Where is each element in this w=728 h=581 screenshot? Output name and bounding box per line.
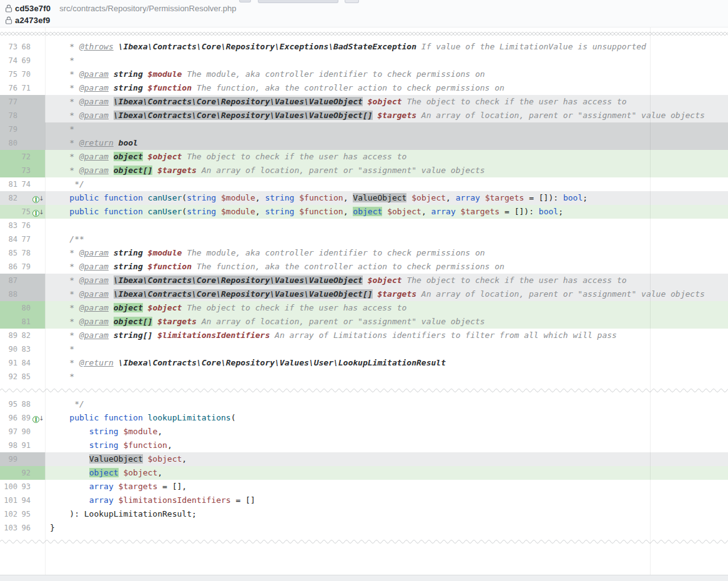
code-token: If value of the LimitationValue is unsup…: [416, 42, 646, 51]
collapsed-region-separator[interactable]: [0, 27, 728, 40]
gutter: 99: [0, 452, 45, 466]
code-line[interactable]: string $function,: [45, 439, 728, 452]
code-token: string: [114, 262, 143, 271]
gutter: 80: [0, 136, 45, 150]
code-line[interactable]: *: [45, 370, 728, 384]
code-line[interactable]: ValueObject $object,: [45, 452, 728, 466]
line-number-old: 77: [0, 95, 17, 109]
code-token: $targets: [157, 166, 197, 175]
code-line[interactable]: array $limitationsIdentifiers = []: [45, 494, 728, 507]
code-token: [114, 138, 119, 147]
code-line[interactable]: * @param string $function The function, …: [45, 260, 728, 274]
line-number-new: 73: [17, 164, 31, 177]
code-line[interactable]: * @param \Ibexa\Contracts\Core\Repositor…: [45, 95, 728, 109]
diff-row: 80 * @return bool: [0, 136, 728, 150]
collapsed-region-separator[interactable]: [0, 384, 728, 397]
code-line[interactable]: * @param string $module The module, aka …: [45, 246, 728, 260]
code-line[interactable]: * @param string $module The module, aka …: [45, 67, 728, 81]
code-token: @param: [79, 97, 109, 106]
diff-row: 8174 */: [0, 177, 728, 191]
code-token: @param: [79, 152, 109, 161]
diff-row: 8477 /**: [0, 232, 728, 246]
gutter: 78: [0, 109, 45, 122]
code-token: [109, 276, 114, 285]
line-number-old: 80: [0, 136, 17, 150]
line-number-old: [0, 466, 17, 480]
code-line[interactable]: *: [45, 54, 728, 67]
code-line[interactable]: /**: [45, 232, 728, 246]
code-token: [363, 97, 368, 106]
code-token: *: [50, 138, 79, 147]
code-line[interactable]: * @return \Ibexa\Contracts\Core\Reposito…: [45, 356, 728, 370]
code-token: *: [50, 358, 79, 367]
code-token: $object: [387, 207, 421, 216]
line-number-old: 84: [0, 232, 17, 246]
line-number-old: 74: [0, 54, 17, 67]
code-token: */: [50, 399, 84, 409]
code-token: $function: [123, 440, 167, 450]
code-line[interactable]: * @param string[] $limitationsIdentifier…: [45, 329, 728, 342]
gutter: 10093: [0, 480, 45, 494]
gutter: 9184: [0, 356, 45, 370]
line-number-new: 75: [17, 205, 31, 219]
code-line[interactable]: }: [45, 521, 728, 535]
line-number-old: 75: [0, 67, 17, 81]
gutter: 8477: [0, 232, 45, 246]
code-line[interactable]: public function canUser(string $module, …: [45, 205, 728, 219]
code-token: [50, 468, 89, 477]
diff-row: 9285 *: [0, 370, 728, 384]
code-line[interactable]: * @param \Ibexa\Contracts\Core\Repositor…: [45, 109, 728, 122]
diff-row: 7469 *: [0, 54, 728, 67]
code-token: $object: [411, 193, 446, 202]
code-token: [109, 289, 114, 299]
code-line[interactable]: * @param object[] $targets An array of l…: [45, 164, 728, 177]
code-line[interactable]: ): LookupLimitationResult;: [45, 507, 728, 521]
code-line[interactable]: array $targets = [],: [45, 480, 728, 494]
code-token: $object: [148, 303, 182, 312]
code-token: *: [50, 248, 79, 257]
gutter: 9891: [0, 439, 45, 452]
gutter-icon-cell: [31, 370, 45, 384]
line-number-new: [17, 274, 31, 287]
changed-word: object: [114, 152, 143, 161]
code-line[interactable]: * @param object $object The object to ch…: [45, 301, 728, 315]
code-token: array: [431, 207, 456, 216]
code-token: public: [69, 207, 99, 216]
code-line[interactable]: string $module,: [45, 425, 728, 439]
collapsed-region-separator[interactable]: [0, 535, 728, 549]
diff-row: 7368 * @throws \Ibexa\Contracts\Core\Rep…: [0, 40, 728, 54]
code-line[interactable]: object $object,: [45, 466, 728, 480]
commit-hash-new: a2473ef9: [15, 16, 51, 25]
code-line[interactable]: * @param \Ibexa\Contracts\Core\Repositor…: [45, 274, 728, 287]
code-line[interactable]: * @return bool: [45, 136, 728, 150]
code-line[interactable]: public function lookupLimitations(: [45, 411, 728, 425]
gutter: 81: [0, 315, 45, 329]
code-line[interactable]: * @param object[] $targets An array of l…: [45, 315, 728, 329]
code-token: The module, aka controller identifier to…: [182, 69, 485, 79]
code-token: The object to check if the user has acce…: [182, 303, 406, 312]
line-number-new: 88: [17, 397, 31, 411]
code-line[interactable]: *: [45, 122, 728, 136]
code-token: string: [265, 207, 294, 216]
code-line[interactable]: */: [45, 397, 728, 411]
code-line[interactable]: *: [45, 342, 728, 356]
code-line[interactable]: * @param \Ibexa\Contracts\Core\Repositor…: [45, 287, 728, 301]
code-line[interactable]: */: [45, 177, 728, 191]
code-token: [99, 193, 104, 202]
code-token: [143, 69, 148, 79]
gutter: 79: [0, 122, 45, 136]
code-line[interactable]: * @param object $object The object to ch…: [45, 150, 728, 164]
code-line[interactable]: [45, 219, 728, 232]
code-line[interactable]: public function canUser(string $module, …: [45, 191, 728, 205]
line-number-new: 94: [17, 494, 31, 507]
code-token: *: [50, 372, 74, 381]
code-token: An array of location, parent or "assignm…: [197, 166, 485, 175]
code-token: $object: [148, 152, 182, 161]
code-token: $object: [368, 276, 402, 285]
code-line[interactable]: * @throws \Ibexa\Contracts\Core\Reposito…: [45, 40, 728, 54]
code-token: [109, 111, 114, 120]
code-token: [143, 413, 148, 422]
code-line[interactable]: * @param string $function The function, …: [45, 81, 728, 95]
code-token: string: [89, 440, 119, 450]
gutter-icon-cell: [31, 246, 45, 260]
